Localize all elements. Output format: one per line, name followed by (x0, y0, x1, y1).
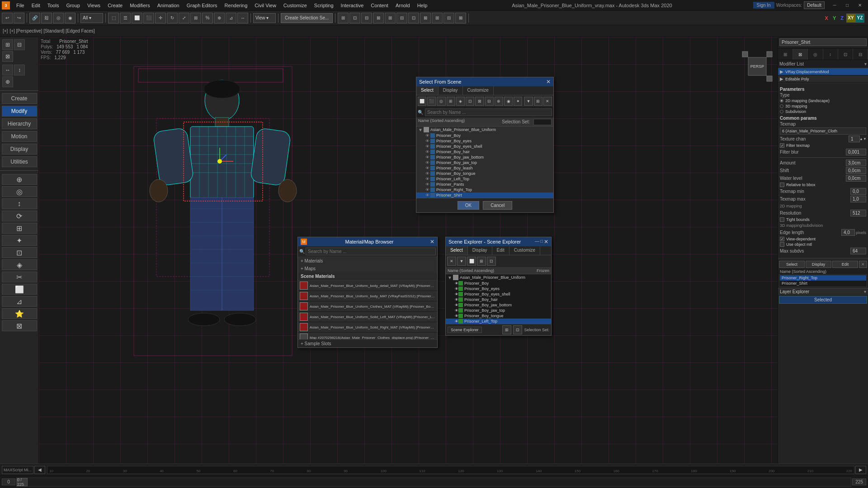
radio-subdiv[interactable] (780, 110, 783, 113)
tab-icon-2[interactable]: ⊠ (793, 49, 808, 60)
x-axis-btn[interactable]: X (823, 14, 830, 22)
edge-length-val[interactable]: 4,0 (841, 229, 855, 236)
minimize-btn[interactable]: ─ (828, 0, 841, 11)
dt-btn-7[interactable]: ⊠ (475, 97, 484, 106)
restore-btn[interactable]: □ (841, 0, 854, 11)
ls-create-btn[interactable]: Create (2, 93, 37, 104)
se-scene-explorer-label[interactable]: Scene Explorer (448, 327, 482, 333)
tree-prisoner-boy-jaw-bottom[interactable]: 👁 Prisoner_Boy_jaw_bottom (416, 155, 553, 160)
tab-icon-6[interactable]: ⊟ (853, 49, 868, 60)
arr9-btn[interactable]: ⊟ (443, 13, 454, 23)
type-2d-radio[interactable]: 2D mapping (landscape) (780, 99, 866, 103)
close-btn[interactable]: ✕ (854, 0, 866, 11)
arr8-btn[interactable]: ⊞ (432, 13, 443, 23)
tree-prisoner-shirt[interactable]: 👁 Prisoner_Shirt (416, 192, 553, 198)
bc-plus[interactable]: [+] (3, 28, 8, 33)
ls-icon-1[interactable]: ⊞ (2, 39, 13, 50)
move-btn[interactable]: ✛ (155, 13, 166, 23)
dt-btn-cols[interactable]: ⊞ (534, 97, 542, 106)
sample-slots-section[interactable]: + Sample Slots (298, 339, 437, 347)
arr1-btn[interactable]: ⊡ (349, 13, 360, 23)
sel-set-input[interactable] (533, 119, 552, 125)
se-btn-3[interactable]: ⬜ (467, 257, 476, 266)
menu-rendering[interactable]: Rendering (221, 0, 251, 10)
bc-perspective[interactable]: [+] [Perspective] [Standard] [Edged Face… (9, 28, 94, 33)
radio-2d[interactable] (780, 99, 783, 103)
ls-tool-10[interactable]: ⬜ (2, 284, 37, 295)
dt-btn-9[interactable]: ⊕ (495, 97, 503, 106)
ls-tool-4[interactable]: ⟳ (2, 211, 37, 221)
filter-texmap-cb[interactable]: ✓ Filter texmap (780, 143, 866, 148)
se-item-4[interactable]: 👁 Prisoner_Boy_jaw_bottom (446, 302, 551, 308)
arr2-btn[interactable]: ⊟ (361, 13, 372, 23)
se-close-btn[interactable]: ✕ (544, 239, 548, 245)
tree-prisoner-boy-tongue[interactable]: 👁 Prisoner_Boy_tongue (416, 171, 553, 176)
bottom-select-btn[interactable]: Select (779, 261, 805, 268)
arr10-btn[interactable]: ⊠ (455, 13, 466, 23)
tree-prisoner-boy[interactable]: 👁 Prisoner_Boy (416, 133, 553, 138)
ok-button[interactable]: OK (458, 201, 479, 210)
dt-btn-3[interactable]: ◎ (437, 97, 445, 106)
tab-icon-1[interactable]: ⊞ (778, 49, 793, 60)
tree-prisoner-left-top[interactable]: 👁 Prisoner_Left_Top (416, 176, 553, 182)
relative-bbox-cb[interactable]: Relative to bbox (780, 183, 866, 187)
dialog-tab-display[interactable]: Display (439, 86, 463, 95)
redo-btn[interactable]: ↪ (14, 13, 24, 23)
tab-icon-5[interactable]: ⊡ (838, 49, 853, 60)
viewport-nav-cube[interactable]: PERSP (741, 51, 773, 82)
tab-icon-3[interactable]: ◎ (808, 49, 823, 60)
ls-motion-btn[interactable]: Motion (2, 131, 37, 142)
xy-plane-btn[interactable]: XY (846, 14, 855, 23)
dt-btn-2[interactable]: ⬛ (427, 97, 436, 106)
se-btn-5[interactable]: ⊡ (487, 257, 496, 266)
amount-val[interactable]: 3,0cm (846, 160, 866, 166)
se-tab-edit[interactable]: Edit (492, 246, 509, 255)
ls-tool-6[interactable]: ✦ (2, 235, 37, 246)
align-btn[interactable]: ↔ (237, 13, 248, 23)
object-name-input[interactable] (779, 38, 867, 46)
arr5-btn[interactable]: ⊟ (396, 13, 407, 23)
link-btn[interactable]: 🔗 (29, 13, 40, 23)
yz-plane-btn[interactable]: YZ (855, 14, 864, 23)
dt-btn-8[interactable]: ⊟ (485, 97, 494, 106)
se-minimize-btn[interactable]: — (535, 239, 539, 245)
ls-icon-5[interactable]: ↕ (14, 65, 25, 75)
scale-btn[interactable]: ⤢ (179, 13, 189, 23)
tab-icon-4[interactable]: ↕ (823, 49, 838, 60)
menu-modifiers[interactable]: Modifiers (126, 0, 154, 10)
tree-prisoner-boy-jaw-top[interactable]: 👁 Prisoner_Boy_jaw_top (416, 160, 553, 165)
ls-icon-2[interactable]: ⊟ (14, 39, 25, 50)
bottom-close-btn[interactable]: ✕ (859, 261, 867, 268)
tree-prisoner-boy-hair[interactable]: 👁 Prisoner_Boy_hair (416, 149, 553, 155)
menu-customize[interactable]: Customize (280, 0, 311, 10)
texchan-spinner[interactable]: ▲▼ (860, 136, 866, 142)
track-area[interactable]: 10 20 30 40 50 60 70 80 90 100 110 120 1… (47, 466, 854, 474)
y-axis-btn[interactable]: Y (831, 14, 838, 22)
texmap-val[interactable]: 6 (Asian_Male_Prisoner_Cloth (780, 127, 866, 135)
use-obj-mtl-checkbox[interactable] (780, 242, 784, 247)
mat-section-materials[interactable]: + Materials (298, 257, 437, 265)
texmap-max-val[interactable]: 1,0 (850, 196, 866, 202)
tight-bounds-checkbox[interactable] (780, 217, 784, 222)
se-item-3[interactable]: 👁 Prisoner_Boy_hair (446, 297, 551, 302)
menu-help[interactable]: Help (414, 0, 431, 10)
tree-prisoner-right-top[interactable]: 👁 Prisoner_Right_Top (416, 187, 553, 192)
menu-create[interactable]: Create (104, 0, 126, 10)
se-item-5[interactable]: 👁 Prisoner_Boy_jaw_top (446, 308, 551, 313)
bottom-edit-btn[interactable]: Edit (832, 261, 858, 268)
ls-tool-9[interactable]: ✂ (2, 272, 37, 282)
tree-prisoner-boy-leash[interactable]: 👁 Prisoner_Boy_leash (416, 165, 553, 171)
dialog-tab-select[interactable]: Select (416, 86, 439, 95)
tight-bounds-cb[interactable]: Tight bounds (780, 217, 866, 222)
menu-group[interactable]: Group (62, 0, 84, 10)
tree-root[interactable]: ▼ Asian_Male_Prisoner_Blue_Uniform (416, 127, 553, 133)
mat-item-2[interactable]: Asian_Male_Prisoner_Blue_Uniform_Clothes… (298, 301, 437, 312)
menu-graph-editors[interactable]: Graph Editors (183, 0, 221, 10)
filter-blur-val[interactable]: 0,001 (846, 149, 866, 155)
time-slider[interactable]: 0 / 225 (16, 478, 851, 487)
arr6-btn[interactable]: ⊡ (408, 13, 419, 23)
rotate-btn[interactable]: ↻ (167, 13, 178, 23)
ls-display-btn[interactable]: Display (2, 144, 37, 155)
ls-icon-3[interactable]: ⊠ (2, 51, 13, 62)
mat-close-btn[interactable]: ✕ (430, 239, 434, 245)
